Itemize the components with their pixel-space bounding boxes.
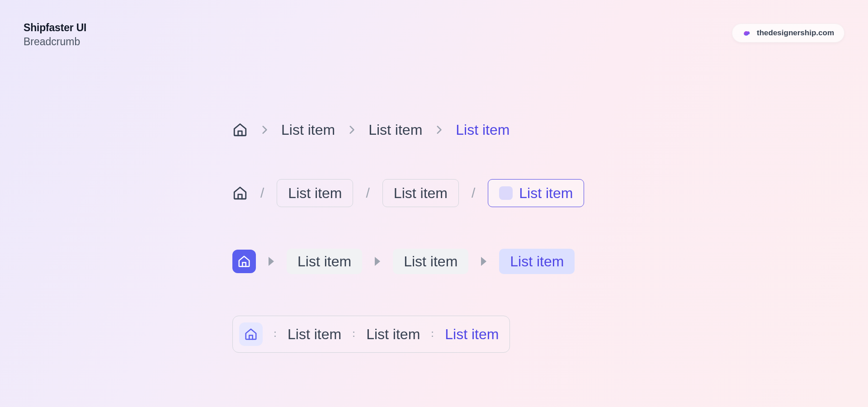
breadcrumb-examples: List item List item List item / List ite… bbox=[232, 122, 630, 353]
breadcrumb-item-label: List item bbox=[404, 253, 458, 270]
attribution-badge[interactable]: thedesignership.com bbox=[732, 24, 844, 43]
dots-separator-icon bbox=[351, 331, 356, 337]
page-title: Shipfaster UI bbox=[24, 22, 86, 34]
breadcrumb-variant-chevron: List item List item List item bbox=[232, 122, 630, 137]
breadcrumb-variant-tinted: List item List item List item bbox=[232, 249, 630, 274]
breadcrumb-item-current: List item bbox=[445, 327, 499, 341]
breadcrumb-item[interactable]: List item bbox=[287, 249, 362, 274]
chevron-right-icon bbox=[433, 124, 445, 136]
breadcrumb-item[interactable]: List item bbox=[281, 123, 335, 137]
breadcrumb-item-label: List item bbox=[288, 186, 342, 200]
chevron-right-icon bbox=[259, 124, 270, 136]
brand-logo-icon bbox=[742, 28, 751, 38]
chevron-right-icon bbox=[346, 124, 358, 136]
breadcrumb-variant-contained: List item List item List item bbox=[232, 316, 630, 353]
breadcrumb-variant-outlined: / List item / List item / List item bbox=[232, 179, 630, 207]
home-icon[interactable] bbox=[232, 122, 248, 137]
breadcrumb-item-current: List item bbox=[499, 249, 575, 274]
breadcrumb-item[interactable]: List item bbox=[382, 179, 459, 207]
breadcrumb-container: List item List item List item bbox=[232, 316, 510, 353]
home-icon[interactable] bbox=[232, 185, 248, 201]
breadcrumb-item-label: List item bbox=[394, 186, 448, 200]
breadcrumb-item-label: List item bbox=[519, 186, 573, 200]
slash-separator-icon: / bbox=[259, 185, 266, 201]
breadcrumb-item-label: List item bbox=[297, 253, 351, 270]
page-header: Shipfaster UI Breadcrumb bbox=[24, 22, 86, 48]
home-icon[interactable] bbox=[232, 250, 256, 273]
page-subtitle: Breadcrumb bbox=[24, 36, 86, 48]
dots-separator-icon bbox=[273, 331, 278, 337]
triangle-right-icon bbox=[481, 257, 486, 266]
attribution-text: thedesignership.com bbox=[757, 28, 834, 38]
placeholder-icon bbox=[499, 186, 513, 200]
slash-separator-icon: / bbox=[364, 185, 371, 201]
breadcrumb-item[interactable]: List item bbox=[277, 179, 353, 207]
home-icon[interactable] bbox=[239, 322, 263, 346]
breadcrumb-item-current: List item bbox=[488, 179, 584, 207]
dots-separator-icon bbox=[430, 331, 435, 337]
triangle-right-icon bbox=[269, 257, 274, 266]
breadcrumb-item[interactable]: List item bbox=[393, 249, 468, 274]
breadcrumb-item-label: List item bbox=[510, 253, 564, 270]
breadcrumb-item[interactable]: List item bbox=[366, 327, 420, 341]
breadcrumb-item[interactable]: List item bbox=[368, 123, 422, 137]
slash-separator-icon: / bbox=[470, 185, 477, 201]
triangle-right-icon bbox=[375, 257, 380, 266]
breadcrumb-item-current: List item bbox=[456, 123, 509, 137]
breadcrumb-item[interactable]: List item bbox=[288, 327, 341, 341]
